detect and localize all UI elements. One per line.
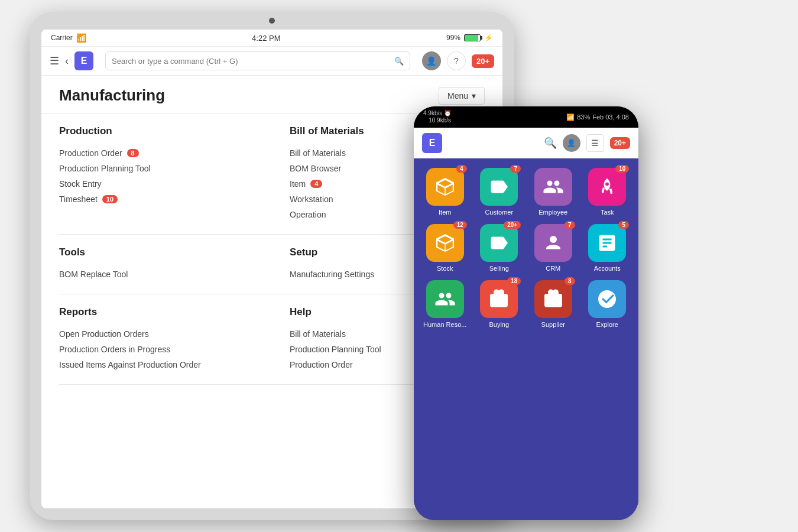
accounts-icon: 5 [588, 224, 626, 262]
signal-icon: 📶 [566, 113, 575, 121]
production-planning-item[interactable]: Production Planning Tool [59, 161, 254, 176]
workstation-label: Workstation [290, 194, 333, 204]
app-item[interactable]: 4 Item [422, 168, 468, 216]
item-icon: 4 [426, 168, 464, 206]
phone-body: 4 Item 7 Customer Emp [414, 158, 638, 520]
stock-icon: 12 [426, 224, 464, 262]
task-badge: 10 [615, 165, 629, 173]
issued-items-label: Issued Items Against Production Order [59, 360, 201, 369]
battery-rect [464, 34, 481, 41]
battery-tip [481, 36, 482, 40]
bom-browser-label: BOM Browser [290, 164, 341, 173]
bom-replace-item[interactable]: BOM Replace Tool [59, 267, 254, 282]
explore-label: Explore [596, 321, 618, 328]
status-right: 99% ⚡ [446, 34, 493, 42]
hr-label: Human Reso... [423, 321, 466, 328]
stock-svg [434, 232, 456, 254]
hamburger-icon[interactable]: ☰ [50, 54, 59, 67]
app-employee[interactable]: Employee [530, 168, 576, 216]
selling-icon: 20+ [480, 224, 518, 262]
reports-section: Reports Open Production Orders Productio… [59, 306, 254, 372]
phone-avatar[interactable]: 👤 [563, 134, 580, 152]
app-crm[interactable]: 7 CRM [530, 224, 576, 272]
buying-svg [488, 288, 510, 310]
phone-navbar: E 🔍 👤 ☰ 20+ [414, 128, 638, 158]
svg-point-1 [550, 237, 556, 242]
phone-battery-pct: 83% [577, 113, 590, 121]
help-po-label: Production Order [290, 360, 353, 369]
phone-search-icon[interactable]: 🔍 [544, 137, 557, 150]
open-prod-orders-item[interactable]: Open Production Orders [59, 326, 254, 342]
app-explore[interactable]: Explore [585, 280, 631, 328]
battery-bar [464, 34, 481, 41]
bill-of-materials-label: Bill of Materials [290, 148, 346, 158]
phone-datetime: Feb 03, 4:08 [592, 113, 629, 121]
crm-label: CRM [546, 265, 560, 272]
item-bom-badge: 4 [310, 180, 322, 188]
tablet-status-bar: Carrier 📶 4:22 PM 99% ⚡ [41, 30, 502, 47]
help-bom-label: Bill of Materials [290, 329, 346, 339]
search-box[interactable]: 🔍 [105, 51, 410, 70]
notification-badge[interactable]: 20+ [472, 54, 494, 68]
phone-app-grid: 4 Item 7 Customer Emp [422, 168, 630, 328]
wifi-icon: 📶 [76, 33, 86, 43]
avatar[interactable]: 👤 [422, 51, 441, 70]
prod-in-progress-item[interactable]: Production Orders in Progress [59, 342, 254, 357]
operation-label: Operation [290, 210, 326, 219]
hr-svg [434, 288, 456, 310]
bom-replace-label: BOM Replace Tool [59, 270, 128, 279]
crm-icon: 7 [534, 224, 572, 262]
status-left: Carrier 📶 [51, 33, 86, 43]
app-logo[interactable]: E [74, 51, 93, 70]
app-stock[interactable]: 12 Stock [422, 224, 468, 272]
menu-button[interactable]: Menu ▾ [439, 87, 485, 105]
item-bom-label: Item [290, 179, 306, 189]
accounts-svg [596, 232, 618, 254]
battery-pct-label: 99% [446, 34, 460, 42]
production-order-badge: 8 [127, 149, 139, 157]
timesheet-item[interactable]: Timesheet 10 [59, 192, 254, 207]
tools-title: Tools [59, 246, 254, 258]
buying-badge: 18 [507, 277, 521, 285]
back-icon[interactable]: ‹ [65, 55, 69, 67]
battery-fill [465, 35, 478, 41]
tag-svg [488, 176, 510, 197]
hr-icon [426, 280, 464, 318]
supplier-icon: 8 [534, 280, 572, 318]
production-order-item[interactable]: Production Order 8 [59, 145, 254, 161]
status-time: 4:22 PM [252, 34, 280, 43]
item-badge: 4 [456, 165, 467, 173]
search-input[interactable] [112, 57, 375, 66]
menu-label: Menu [447, 91, 468, 100]
app-hr[interactable]: Human Reso... [422, 280, 468, 328]
search-icon: 🔍 [394, 57, 404, 66]
accounts-label: Accounts [594, 265, 621, 272]
stock-label: Stock [437, 265, 453, 272]
selling-badge: 20+ [504, 221, 521, 229]
item-label: Item [439, 209, 451, 216]
app-task[interactable]: 10 Task [585, 168, 631, 216]
selling-label: Selling [489, 265, 509, 272]
supplier-badge: 8 [565, 277, 575, 285]
app-buying[interactable]: 18 Buying [476, 280, 523, 328]
issued-items-item[interactable]: Issued Items Against Production Order [59, 357, 254, 372]
phone-menu-icon[interactable]: ☰ [586, 134, 604, 152]
production-order-label: Production Order [59, 148, 122, 158]
phone-app-logo[interactable]: E [422, 133, 442, 153]
app-accounts[interactable]: 5 Accounts [585, 224, 631, 272]
carrier-label: Carrier [51, 34, 73, 42]
production-section: Production Production Order 8 Production… [59, 125, 254, 222]
app-selling[interactable]: 20+ Selling [476, 224, 523, 272]
help-ppt-label: Production Planning Tool [290, 345, 381, 354]
phone-notification-badge[interactable]: 20+ [610, 137, 630, 149]
mfg-settings-label: Manufacturing Settings [290, 270, 374, 279]
help-button[interactable]: ? [447, 51, 466, 70]
prod-in-progress-label: Production Orders in Progress [59, 345, 170, 354]
tablet-navbar: ☰ ‹ E 🔍 👤 ? 20+ [41, 47, 502, 76]
app-supplier[interactable]: 8 Supplier [530, 280, 576, 328]
phone-data-status: 4.9kb/s ⏰ 10.9kb/s [423, 110, 451, 124]
supplier-svg [543, 288, 564, 310]
app-customer[interactable]: 7 Customer [476, 168, 523, 216]
timesheet-label: Timesheet [59, 194, 98, 204]
stock-entry-item[interactable]: Stock Entry [59, 176, 254, 192]
